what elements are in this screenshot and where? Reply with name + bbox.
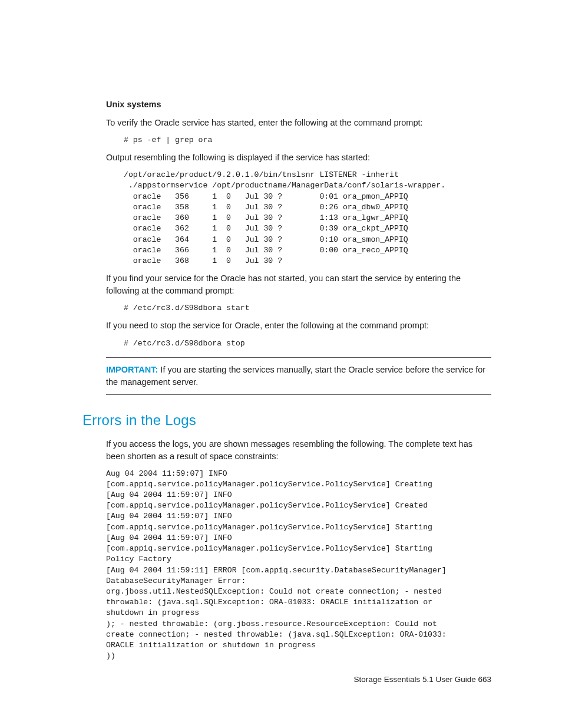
document-page: Unix systems To verify the Oracle servic… xyxy=(0,0,562,728)
section-title-errors: Errors in the Logs xyxy=(82,410,491,431)
page-content: Unix systems To verify the Oracle servic… xyxy=(106,98,491,662)
code-log-output: Aug 04 2004 11:59:07] INFO [com.appiq.se… xyxy=(106,469,491,662)
paragraph-verify: To verify the Oracle service has started… xyxy=(106,117,491,129)
important-note: IMPORTANT: If you are starting the servi… xyxy=(106,357,491,395)
code-ps-output: /opt/oracle/product/9.2.0.1.0/bin/tnslsn… xyxy=(124,170,491,266)
page-footer: Storage Essentials 5.1 User Guide 663 xyxy=(354,674,491,686)
unix-systems-heading: Unix systems xyxy=(106,98,491,111)
code-start: # /etc/rc3.d/S98dbora start xyxy=(124,303,491,314)
paragraph-logs-intro: If you access the logs, you are shown me… xyxy=(106,438,491,463)
important-text: If you are starting the services manuall… xyxy=(106,365,485,387)
code-stop: # /etc/rc3.d/S98dbora stop xyxy=(124,338,491,349)
important-label: IMPORTANT: xyxy=(106,365,158,374)
code-ps-grep: # ps -ef | grep ora xyxy=(124,135,491,146)
paragraph-output: Output resembling the following is displ… xyxy=(106,151,491,164)
paragraph-stop-service: If you need to stop the service for Orac… xyxy=(106,319,491,332)
paragraph-start-service: If you find your service for the Oracle … xyxy=(106,272,491,297)
